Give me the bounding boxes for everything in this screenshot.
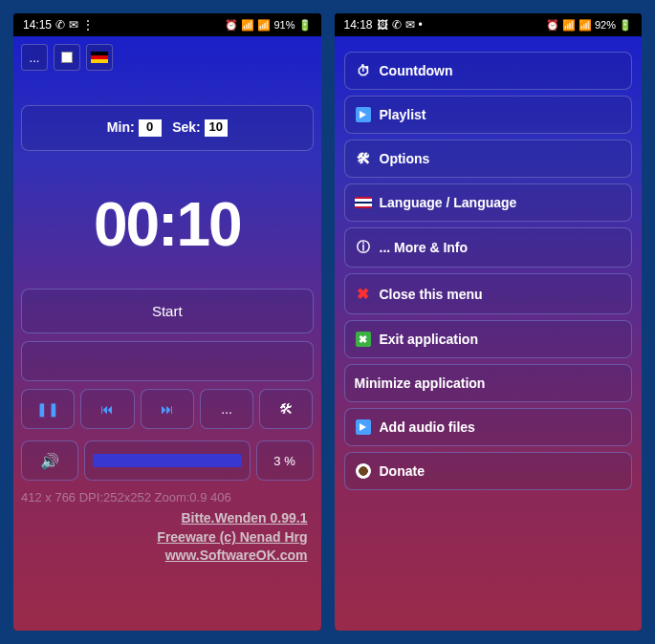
stop-button[interactable] bbox=[54, 44, 80, 71]
app-body-right: ⏱ Countdown Playlist 🛠 Options Language … bbox=[335, 36, 643, 631]
gallery-icon: 🖼 bbox=[377, 18, 388, 32]
phone-right: 14:18 🖼 ✆ ✉ • ⏰ 📶 📶 92% 🔋 ⏱ Countdown Pl… bbox=[335, 13, 643, 631]
tools-button[interactable]: 🛠 bbox=[259, 389, 313, 429]
menu-playlist[interactable]: Playlist bbox=[344, 96, 633, 134]
volume-row: 🔊 3 % bbox=[21, 440, 314, 481]
menu-add-audio[interactable]: Add audio files bbox=[344, 408, 633, 446]
empty-button[interactable] bbox=[21, 341, 314, 381]
min-label: Min: bbox=[107, 119, 135, 135]
menu-dots-button[interactable]: ... bbox=[21, 44, 48, 71]
time-setup-panel: Min: 0 Sek: 10 bbox=[21, 105, 314, 151]
menu-donate[interactable]: Donate bbox=[344, 452, 633, 490]
status-time: 14:15 bbox=[23, 18, 52, 32]
app-version-link[interactable]: Bitte.Wenden 0.99.1 bbox=[21, 509, 308, 528]
top-button-row: ... bbox=[21, 44, 314, 71]
alarm-icon: ⏰ bbox=[225, 19, 238, 32]
whatsapp-icon: ✆ bbox=[55, 18, 65, 32]
menu-label: ... More & Info bbox=[380, 240, 469, 255]
menu-label: Options bbox=[380, 151, 430, 166]
debug-info: 412 x 766 DPI:252x252 Zoom:0.9 406 bbox=[21, 490, 314, 504]
status-bar: 14:15 ✆ ✉ ⋮ ⏰ 📶 📶 91% 🔋 bbox=[13, 13, 321, 36]
menu-close[interactable]: ✖ Close this menu bbox=[344, 273, 633, 314]
sek-input[interactable]: 10 bbox=[205, 119, 228, 137]
status-time: 14:18 bbox=[344, 18, 373, 32]
menu-label: Close this menu bbox=[380, 287, 483, 302]
menu-label: Add audio files bbox=[380, 419, 475, 435]
menu-countdown[interactable]: ⏱ Countdown bbox=[344, 52, 633, 90]
copyright-link[interactable]: Freeware (c) Nenad Hrg bbox=[21, 528, 308, 547]
mail-icon: ✉ bbox=[69, 18, 78, 32]
volume-track bbox=[93, 454, 242, 467]
pause-button[interactable]: ❚❚ bbox=[21, 389, 75, 429]
menu-label: Countdown bbox=[380, 63, 453, 78]
battery-text: 92% bbox=[595, 19, 616, 31]
menu-language[interactable]: Language / Language bbox=[344, 183, 633, 222]
battery-icon: 🔋 bbox=[619, 19, 632, 32]
info-icon: ⓘ bbox=[355, 239, 372, 256]
menu-more-info[interactable]: ⓘ ... More & Info bbox=[344, 227, 633, 268]
menu-label: Minimize application bbox=[355, 376, 486, 391]
volume-slider[interactable] bbox=[84, 440, 251, 481]
app-body-left: ... Min: 0 Sek: 10 00:10 Start ❚❚ ⏮ ⏭ ..… bbox=[13, 36, 321, 631]
tools-icon: 🛠 bbox=[355, 151, 372, 166]
start-button[interactable]: Start bbox=[21, 289, 314, 333]
menu-label: Language / Language bbox=[380, 195, 517, 210]
play-icon bbox=[355, 419, 372, 435]
menu-list: ⏱ Countdown Playlist 🛠 Options Language … bbox=[342, 44, 635, 498]
exit-icon: ✖ bbox=[355, 332, 372, 347]
tools-icon: 🛠 bbox=[279, 401, 293, 417]
status-bar: 14:18 🖼 ✆ ✉ • ⏰ 📶 📶 92% 🔋 bbox=[335, 13, 643, 36]
min-input[interactable]: 0 bbox=[139, 119, 162, 137]
menu-label: Exit application bbox=[380, 332, 478, 347]
prev-button[interactable]: ⏮ bbox=[80, 389, 134, 429]
volume-button[interactable]: 🔊 bbox=[21, 440, 78, 481]
speaker-icon: 🔊 bbox=[40, 452, 59, 470]
volume-percent: 3 % bbox=[256, 440, 314, 481]
battery-text: 91% bbox=[273, 19, 295, 31]
menu-exit[interactable]: ✖ Exit application bbox=[344, 320, 633, 358]
phone-left: 14:15 ✆ ✉ ⋮ ⏰ 📶 📶 91% 🔋 ... Min: 0 bbox=[13, 13, 321, 631]
stopwatch-icon: ⏱ bbox=[355, 63, 372, 78]
more-button[interactable]: ... bbox=[200, 389, 253, 429]
coffee-icon bbox=[355, 463, 372, 479]
menu-label: Donate bbox=[380, 463, 425, 479]
next-button[interactable]: ⏭ bbox=[141, 389, 194, 429]
more-icon: ⋮ bbox=[82, 18, 94, 32]
battery-icon: 🔋 bbox=[298, 19, 312, 32]
next-icon: ⏭ bbox=[161, 401, 174, 417]
menu-label: Playlist bbox=[380, 107, 426, 122]
wifi-icon: 📶 bbox=[562, 19, 576, 32]
flag-de-button[interactable] bbox=[86, 44, 113, 71]
signal-icon: 📶 bbox=[257, 19, 271, 32]
website-link[interactable]: www.SoftwareOK.com bbox=[21, 547, 308, 566]
stop-icon bbox=[61, 52, 73, 63]
footer-links: Bitte.Wenden 0.99.1 Freeware (c) Nenad H… bbox=[21, 509, 314, 623]
flag-de-icon bbox=[91, 52, 108, 63]
mail-icon: ✉ bbox=[405, 18, 415, 32]
pause-icon: ❚❚ bbox=[36, 401, 59, 417]
flag-uk-icon bbox=[355, 197, 372, 208]
play-icon bbox=[355, 107, 372, 122]
prev-icon: ⏮ bbox=[100, 401, 114, 417]
menu-options[interactable]: 🛠 Options bbox=[344, 140, 633, 178]
close-icon: ✖ bbox=[355, 285, 372, 303]
countdown-display: 00:10 bbox=[21, 189, 314, 260]
whatsapp-icon: ✆ bbox=[392, 18, 402, 32]
menu-minimize[interactable]: Minimize application bbox=[344, 364, 633, 402]
wifi-icon: 📶 bbox=[241, 19, 254, 32]
signal-icon: 📶 bbox=[579, 19, 592, 32]
dot-icon: • bbox=[419, 18, 423, 32]
playback-controls: ❚❚ ⏮ ⏭ ... 🛠 bbox=[21, 389, 314, 429]
alarm-icon: ⏰ bbox=[546, 19, 559, 32]
sek-label: Sek: bbox=[172, 119, 201, 135]
